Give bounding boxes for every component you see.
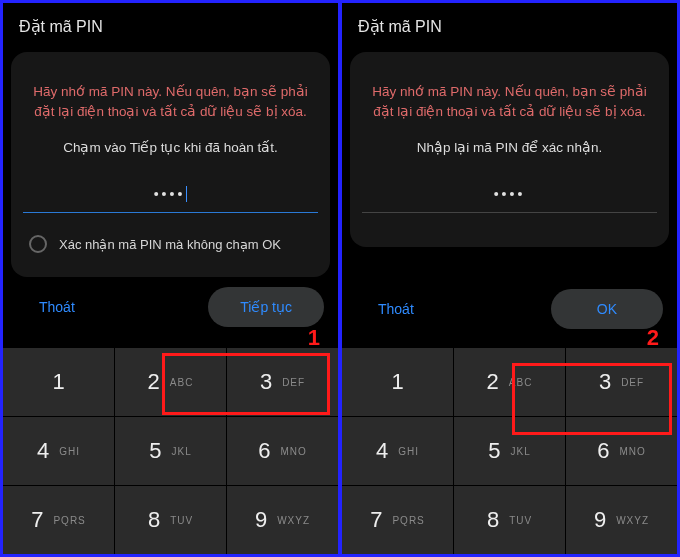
exit-button[interactable]: Thoát <box>31 289 83 325</box>
keypad-key-1[interactable]: 1 <box>3 348 114 416</box>
key-digit: 1 <box>52 369 64 395</box>
keypad-key-8[interactable]: 8TUV <box>454 486 565 554</box>
key-digit: 8 <box>148 507 160 533</box>
screen-step-2: Đặt mã PIN Hãy nhớ mã PIN này. Nếu quên,… <box>342 3 677 554</box>
key-digit: 6 <box>597 438 609 464</box>
instruction-text: Chạm vào Tiếp tục khi đã hoàn tất. <box>63 139 278 158</box>
key-digit: 4 <box>376 438 388 464</box>
key-digit: 3 <box>260 369 272 395</box>
numeric-keypad: 12ABC3DEF4GHI5JKL6MNO7PQRS8TUV9WXYZ <box>342 347 677 554</box>
keypad-key-9[interactable]: 9WXYZ <box>227 486 338 554</box>
key-letters: MNO <box>280 446 306 457</box>
page-title: Đặt mã PIN <box>358 17 661 36</box>
keypad-key-2[interactable]: 2ABC <box>454 348 565 416</box>
action-row: Thoát OK <box>342 279 677 347</box>
key-letters: PQRS <box>53 515 85 526</box>
step-badge: 1 <box>308 325 320 351</box>
key-digit: 7 <box>370 507 382 533</box>
warning-text: Hãy nhớ mã PIN này. Nếu quên, bạn sẽ phả… <box>362 82 657 121</box>
key-digit: 7 <box>31 507 43 533</box>
header: Đặt mã PIN <box>342 3 677 46</box>
key-letters: DEF <box>282 377 305 388</box>
screen-step-1: Đặt mã PIN Hãy nhớ mã PIN này. Nếu quên,… <box>3 3 338 554</box>
key-digit: 9 <box>594 507 606 533</box>
pin-dots: •••• <box>154 186 186 208</box>
ok-button[interactable]: OK <box>551 289 663 329</box>
key-letters: TUV <box>170 515 193 526</box>
keypad-key-3[interactable]: 3DEF <box>566 348 677 416</box>
pin-card: Hãy nhớ mã PIN này. Nếu quên, bạn sẽ phả… <box>11 52 330 277</box>
step-badge: 2 <box>647 325 659 351</box>
key-digit: 5 <box>488 438 500 464</box>
key-letters: JKL <box>172 446 192 457</box>
key-digit: 2 <box>148 369 160 395</box>
key-digit: 6 <box>258 438 270 464</box>
key-digit: 8 <box>487 507 499 533</box>
key-letters: MNO <box>619 446 645 457</box>
confirm-label: Xác nhận mã PIN mà không chạm OK <box>59 237 281 252</box>
keypad-key-5[interactable]: 5JKL <box>454 417 565 485</box>
confirm-row[interactable]: Xác nhận mã PIN mà không chạm OK <box>23 235 318 259</box>
key-digit: 2 <box>487 369 499 395</box>
key-letters: JKL <box>511 446 531 457</box>
key-letters: ABC <box>509 377 533 388</box>
key-letters: DEF <box>621 377 644 388</box>
keypad-key-5[interactable]: 5JKL <box>115 417 226 485</box>
warning-text: Hãy nhớ mã PIN này. Nếu quên, bạn sẽ phả… <box>23 82 318 121</box>
key-letters: GHI <box>398 446 419 457</box>
key-digit: 5 <box>149 438 161 464</box>
instruction-text: Nhập lại mã PIN để xác nhận. <box>417 139 602 158</box>
keypad-key-4[interactable]: 4GHI <box>342 417 453 485</box>
key-letters: TUV <box>509 515 532 526</box>
key-digit: 3 <box>599 369 611 395</box>
key-letters: ABC <box>170 377 194 388</box>
key-letters: WXYZ <box>616 515 649 526</box>
pin-input-row[interactable]: •••• <box>362 186 657 208</box>
action-row: Thoát Tiếp tục <box>3 277 338 337</box>
keypad-key-6[interactable]: 6MNO <box>227 417 338 485</box>
keypad-key-9[interactable]: 9WXYZ <box>566 486 677 554</box>
key-digit: 4 <box>37 438 49 464</box>
pin-underline <box>362 212 657 213</box>
key-digit: 1 <box>391 369 403 395</box>
keypad-key-3[interactable]: 3DEF <box>227 348 338 416</box>
numeric-keypad: 12ABC3DEF4GHI5JKL6MNO7PQRS8TUV9WXYZ <box>3 347 338 554</box>
key-letters: GHI <box>59 446 80 457</box>
pin-dots: •••• <box>494 186 526 208</box>
keypad-key-7[interactable]: 7PQRS <box>3 486 114 554</box>
text-cursor <box>186 186 187 202</box>
key-digit: 9 <box>255 507 267 533</box>
keypad-key-4[interactable]: 4GHI <box>3 417 114 485</box>
pin-card: Hãy nhớ mã PIN này. Nếu quên, bạn sẽ phả… <box>350 52 669 247</box>
keypad-key-2[interactable]: 2ABC <box>115 348 226 416</box>
page-title: Đặt mã PIN <box>19 17 322 36</box>
key-letters: PQRS <box>392 515 424 526</box>
key-letters: WXYZ <box>277 515 310 526</box>
keypad-key-7[interactable]: 7PQRS <box>342 486 453 554</box>
radio-unchecked-icon[interactable] <box>29 235 47 253</box>
pin-input-row[interactable]: •••• <box>23 186 318 208</box>
keypad-key-8[interactable]: 8TUV <box>115 486 226 554</box>
exit-button[interactable]: Thoát <box>370 291 422 327</box>
keypad-key-1[interactable]: 1 <box>342 348 453 416</box>
keypad-key-6[interactable]: 6MNO <box>566 417 677 485</box>
pin-underline <box>23 212 318 213</box>
header: Đặt mã PIN <box>3 3 338 46</box>
continue-button[interactable]: Tiếp tục <box>208 287 324 327</box>
